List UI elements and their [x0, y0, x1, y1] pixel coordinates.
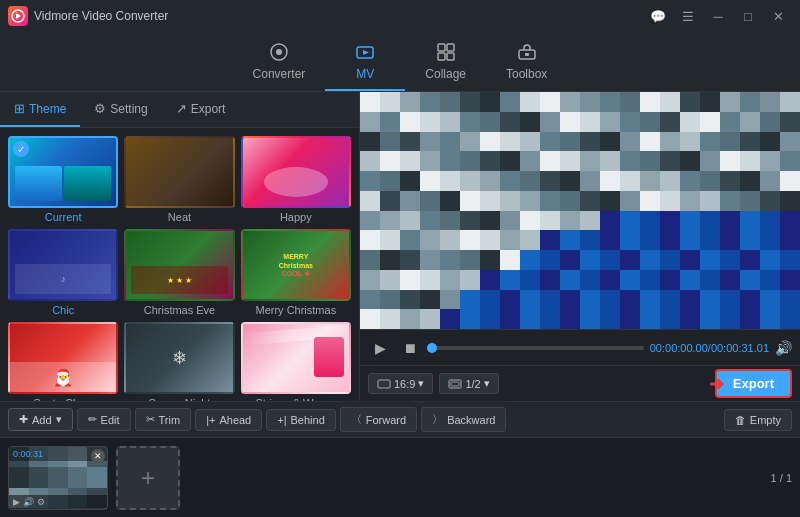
left-panel: ⊞ Theme ⚙ Setting ↗ Export ✓	[0, 92, 360, 401]
play-button[interactable]: ▶	[368, 336, 392, 360]
edit-label: Edit	[101, 414, 120, 426]
nav-collage[interactable]: Collage	[405, 36, 486, 91]
nav-converter[interactable]: Converter	[233, 36, 326, 91]
nav-collage-label: Collage	[425, 67, 466, 81]
svg-point-3	[276, 49, 282, 55]
theme-chic-label: Chic	[52, 304, 74, 316]
stop-button[interactable]: ⏹	[398, 336, 422, 360]
theme-thumb-merry-christmas[interactable]: MERRYChristmas COOL ★	[241, 229, 351, 301]
ratio-controls: 16:9 ▾ 1/2 ▾	[368, 373, 499, 394]
tab-export[interactable]: ↗ Export	[162, 92, 240, 127]
toolbox-icon	[517, 42, 537, 65]
nav-toolbox-label: Toolbox	[506, 67, 547, 81]
theme-neat-label: Neat	[168, 211, 191, 223]
add-clip-button[interactable]: +	[116, 446, 180, 510]
setting-tab-icon: ⚙	[94, 101, 106, 116]
app-icon	[8, 6, 28, 26]
maximize-button[interactable]: □	[734, 6, 762, 26]
theme-stripes-waves[interactable]: Stripes & Waves	[241, 322, 351, 401]
empty-button[interactable]: 🗑 Empty	[724, 409, 792, 431]
video-thumbnail[interactable]: 0:00:31 ✕ ▶ 🔊 ⚙	[8, 446, 108, 510]
tab-theme[interactable]: ⊞ Theme	[0, 92, 80, 127]
theme-thumb-snowy-night[interactable]: ❄	[124, 322, 234, 394]
theme-christmas-eve-label: Christmas Eve	[144, 304, 216, 316]
theme-happy[interactable]: Happy	[241, 136, 351, 223]
main-content: ⊞ Theme ⚙ Setting ↗ Export ✓	[0, 92, 800, 401]
behind-icon: +|	[277, 414, 286, 426]
backward-button[interactable]: 〉 Backward	[421, 407, 506, 432]
edit-icon: ✏	[88, 413, 97, 426]
svg-rect-9	[447, 53, 454, 60]
preview-controls: ▶ ⏹ 00:00:00.00/00:00:31.01 🔊	[360, 329, 800, 365]
tab-bar: ⊞ Theme ⚙ Setting ↗ Export	[0, 92, 359, 128]
tab-export-label: Export	[191, 102, 226, 116]
forward-label: Forward	[366, 414, 406, 426]
theme-santa-claus-label: Santa Claus	[33, 397, 93, 401]
theme-thumb-chic[interactable]: ♪	[8, 229, 118, 301]
theme-thumb-santa-claus[interactable]: 🎅	[8, 322, 118, 394]
theme-thumb-current[interactable]: ✓	[8, 136, 118, 208]
title-bar-left: Vidmore Video Converter	[8, 6, 168, 26]
forward-button[interactable]: 〈 Forward	[340, 407, 417, 432]
nav-toolbox[interactable]: Toolbox	[486, 36, 567, 91]
minimize-button[interactable]: ─	[704, 6, 732, 26]
export-button[interactable]: Export	[715, 369, 792, 398]
theme-thumb-neat[interactable]	[124, 136, 234, 208]
preview-area	[360, 92, 800, 329]
theme-thumb-stripes-waves[interactable]	[241, 322, 351, 394]
chat-button[interactable]: 💬	[644, 6, 672, 26]
svg-rect-12	[378, 380, 390, 388]
close-button[interactable]: ✕	[764, 6, 792, 26]
add-button[interactable]: ✚ Add ▾	[8, 408, 73, 431]
theme-thumb-happy[interactable]	[241, 136, 351, 208]
aspect-ratio-button[interactable]: 16:9 ▾	[368, 373, 433, 394]
theme-chic[interactable]: ♪ Chic	[8, 229, 118, 316]
export-btn-wrap: ➜ Export	[715, 369, 792, 398]
add-label: Add	[32, 414, 52, 426]
timeline-area: 0:00:31 ✕ ▶ 🔊 ⚙ + 1 / 1	[0, 437, 800, 517]
window-controls: 💬 ☰ ─ □ ✕	[644, 6, 792, 26]
progress-bar[interactable]	[428, 346, 644, 350]
video-thumb-controls: ▶ 🔊 ⚙	[9, 495, 107, 509]
ahead-icon: |+	[206, 414, 215, 426]
title-bar: Vidmore Video Converter 💬 ☰ ─ □ ✕	[0, 0, 800, 32]
backward-icon: 〉	[432, 412, 443, 427]
mini-settings-icon[interactable]: ⚙	[37, 497, 45, 507]
theme-neat[interactable]: Neat	[124, 136, 234, 223]
nav-converter-label: Converter	[253, 67, 306, 81]
theme-merry-christmas[interactable]: MERRYChristmas COOL ★ Merry Christmas	[241, 229, 351, 316]
volume-icon[interactable]: 🔊	[775, 340, 792, 356]
theme-thumb-christmas-eve[interactable]: ★ ★ ★	[124, 229, 234, 301]
ahead-button[interactable]: |+ Ahead	[195, 409, 262, 431]
trim-button[interactable]: ✂ Trim	[135, 408, 192, 431]
edit-button[interactable]: ✏ Edit	[77, 408, 131, 431]
timeline-track: 0:00:31 ✕ ▶ 🔊 ⚙ +	[8, 446, 763, 510]
theme-santa-claus[interactable]: 🎅 Santa Claus	[8, 322, 118, 401]
theme-snowy-night-label: Snowy Night	[149, 397, 211, 401]
theme-snowy-night[interactable]: ❄ Snowy Night	[124, 322, 234, 401]
mini-volume-icon[interactable]: 🔊	[23, 497, 34, 507]
menu-button[interactable]: ☰	[674, 6, 702, 26]
scale-button[interactable]: 1/2 ▾	[439, 373, 498, 394]
right-panel: ▶ ⏹ 00:00:00.00/00:00:31.01 🔊 16:9 ▾ 1/2	[360, 92, 800, 401]
theme-grid: ✓ Current Neat	[0, 128, 359, 401]
svg-marker-1	[16, 13, 21, 19]
theme-stripes-waves-label: Stripes & Waves	[255, 397, 336, 401]
behind-button[interactable]: +| Behind	[266, 409, 336, 431]
theme-christmas-eve[interactable]: ★ ★ ★ Christmas Eve	[124, 229, 234, 316]
theme-merry-christmas-label: Merry Christmas	[255, 304, 336, 316]
svg-rect-7	[447, 44, 454, 51]
tab-theme-label: Theme	[29, 102, 66, 116]
arrow-pointer: ➜	[709, 373, 724, 395]
tab-setting[interactable]: ⚙ Setting	[80, 92, 161, 127]
empty-icon: 🗑	[735, 414, 746, 426]
mini-play-icon[interactable]: ▶	[13, 497, 20, 507]
trim-label: Trim	[159, 414, 181, 426]
video-remove-button[interactable]: ✕	[91, 449, 105, 463]
theme-current[interactable]: ✓ Current	[8, 136, 118, 223]
converter-icon	[269, 42, 289, 65]
nav-mv[interactable]: MV	[325, 36, 405, 91]
backward-label: Backward	[447, 414, 495, 426]
time-display: 00:00:00.00/00:00:31.01	[650, 342, 769, 354]
theme-tab-icon: ⊞	[14, 101, 25, 116]
